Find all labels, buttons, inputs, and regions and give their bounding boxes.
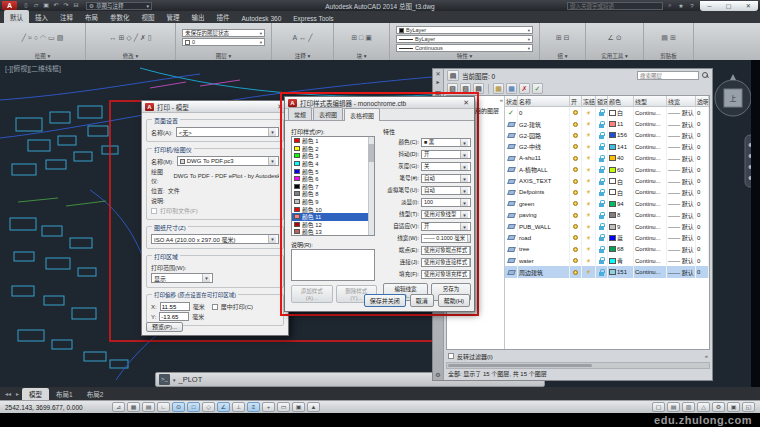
layer-freeze-sun-icon[interactable]: ☀ <box>586 258 591 264</box>
layer-lineweight[interactable]: —— 默认 <box>667 255 696 266</box>
workspace-dropdown[interactable]: ⚙ 草图与注释 ▾ <box>86 2 152 10</box>
status-toggle[interactable]: ⊿ <box>112 402 125 412</box>
plot-style-list[interactable]: 颜色 1 颜色 2 颜色 3 <box>291 136 375 236</box>
layer-lineweight[interactable]: —— 默认 <box>667 198 696 209</box>
layer-state-combo[interactable]: 未保存的图层状态▾ <box>182 29 265 37</box>
layer-lock-icon[interactable] <box>599 226 604 230</box>
layer-freeze-sun-icon[interactable]: ☀ <box>586 178 591 184</box>
ribbon-tab[interactable]: 参数化 <box>104 10 136 23</box>
save-and-close-button[interactable]: 保存并关闭 <box>364 294 406 307</box>
layer-linetype[interactable]: Continu... <box>634 107 667 118</box>
layer-freeze-sun-icon[interactable]: ☀ <box>586 224 591 230</box>
layer-row[interactable]: ✓ PUB_WALL ☀ 9 Continu... —— 默认 0 <box>505 221 709 232</box>
layer-row[interactable]: ✓ A-植物ALL ☀ 60 Continu... —— 默认 0 <box>505 164 709 175</box>
property-control[interactable]: 使用对象填充样式▾ <box>421 270 471 279</box>
ribbon-tab[interactable]: 插入 <box>29 10 54 23</box>
layer-lineweight[interactable]: —— 默认 <box>667 175 696 186</box>
set-current-layer-icon[interactable]: ✓ <box>532 83 543 94</box>
status-right-icon[interactable]: ▥ <box>682 402 695 412</box>
close-icon[interactable]: ✕ <box>461 99 471 107</box>
layer-row[interactable]: ✓ 0 ☀ 白 Continu... —— 默认 0 <box>505 107 709 118</box>
style-editor-tab[interactable]: 常规 <box>288 107 312 120</box>
status-toggle[interactable]: ≡ <box>247 402 260 412</box>
layout-tab[interactable]: 布局2 <box>80 388 111 400</box>
layer-lineweight[interactable]: —— 默认 <box>667 232 696 243</box>
palette-close-icon[interactable]: ✕ <box>435 71 440 77</box>
object-color-combo[interactable]: ByLayer▾ <box>396 26 533 34</box>
layer-linetype[interactable]: Continu... <box>634 221 667 232</box>
layer-transparency[interactable]: 0 <box>696 153 709 164</box>
layer-row[interactable]: ✓ G2-中线 ☀ 141 Continu... —— 默认 0 <box>505 141 709 152</box>
panel-label-clipboard[interactable]: 剪贴板 <box>644 52 693 60</box>
horizontal-scrollbar[interactable] <box>446 362 710 369</box>
layer-freeze-sun-icon[interactable]: ☀ <box>586 269 591 275</box>
ribbon-tab[interactable]: Express Tools <box>287 13 339 23</box>
layer-lineweight[interactable]: —— 默认 <box>667 107 696 118</box>
next-tab-icon[interactable]: ▸ <box>14 390 21 397</box>
status-toggle[interactable]: ⊥ <box>232 402 245 412</box>
layer-row[interactable]: ✓ water ☀ 青 Continu... —— 默认 0 <box>505 255 709 266</box>
layer-on-bulb-icon[interactable] <box>573 110 578 115</box>
redo-icon[interactable]: ↷ <box>62 1 70 10</box>
layer-row[interactable]: ✓ G2-建筑 ☀ 11 Continu... —— 默认 0 <box>505 118 709 129</box>
property-control[interactable]: —— 0.1000 毫米▾ <box>421 234 471 243</box>
layer-freeze-sun-icon[interactable]: ☀ <box>586 110 591 116</box>
layer-lock-icon[interactable] <box>599 135 604 139</box>
layer-lock-icon[interactable] <box>599 181 604 185</box>
layer-on-bulb-icon[interactable] <box>573 270 578 275</box>
plot-to-file-checkbox[interactable] <box>151 208 157 214</box>
layer-combo[interactable]: 0▾ <box>182 38 265 46</box>
layer-freeze-sun-icon[interactable]: ☀ <box>586 132 591 138</box>
layer-row[interactable]: ✓ paving ☀ 8 Continu... —— 默认 0 <box>505 210 709 221</box>
layer-on-bulb-icon[interactable] <box>573 156 578 161</box>
page-setup-name-combo[interactable]: <无>▾ <box>176 127 279 137</box>
layer-linetype[interactable]: Continu... <box>634 164 667 175</box>
layer-transparency[interactable]: 0 <box>696 244 709 255</box>
minimize-button[interactable]: ─ <box>707 3 711 9</box>
layer-row[interactable]: ✓ G2-园路 ☀ 156 Continu... —— 默认 0 <box>505 130 709 141</box>
layer-lock-icon[interactable] <box>599 249 604 253</box>
ribbon-tab[interactable]: 布局 <box>79 10 104 23</box>
ribbon-tab[interactable]: 视图 <box>136 10 161 23</box>
save-icon[interactable]: ▣ <box>42 1 50 10</box>
layer-on-bulb-icon[interactable] <box>573 144 578 149</box>
status-toggle[interactable]: ▣ <box>292 402 305 412</box>
center-plot-checkbox[interactable] <box>212 304 218 310</box>
layer-search-input[interactable] <box>637 71 699 80</box>
layer-row[interactable]: ✓ green ☀ 94 Continu... —— 默认 0 <box>505 198 709 209</box>
status-toggle[interactable]: ∟ <box>157 402 170 412</box>
help-button[interactable]: 帮助(H) <box>438 294 470 307</box>
layer-transparency[interactable]: 0 <box>696 266 709 277</box>
property-control[interactable]: 自动▾ <box>421 186 471 195</box>
ribbon-tab[interactable]: 输出 <box>186 10 211 23</box>
layer-freeze-sun-icon[interactable]: ☀ <box>586 121 591 127</box>
status-toggle[interactable]: ▤ <box>142 402 155 412</box>
status-toggle[interactable]: ◇ <box>202 402 215 412</box>
property-control[interactable]: 使用对象线型▾ <box>421 210 471 219</box>
layer-linetype[interactable]: Continu... <box>634 232 667 243</box>
layer-transparency[interactable]: 0 <box>696 164 709 175</box>
layer-transparency[interactable]: 0 <box>696 107 709 118</box>
status-toggle[interactable]: + <box>262 402 275 412</box>
layer-linetype[interactable]: Continu... <box>634 118 667 129</box>
layer-lock-icon[interactable] <box>599 215 604 219</box>
new-file-icon[interactable]: ▯ <box>22 1 30 10</box>
layer-transparency[interactable]: 0 <box>696 255 709 266</box>
palette-properties-icon[interactable]: ⚙ <box>435 372 440 378</box>
layer-row[interactable]: ✓ Defpoints ☀ 白 Continu... —— 默认 0 <box>505 187 709 198</box>
layer-lock-icon[interactable] <box>599 203 604 207</box>
status-right-icon[interactable]: ◱ <box>742 402 755 412</box>
layout-tab[interactable]: 模型 <box>22 388 49 400</box>
layer-transparency[interactable]: 0 <box>696 221 709 232</box>
command-text[interactable]: _PLOT <box>179 375 203 384</box>
ribbon-tab[interactable]: 默认 <box>4 10 29 23</box>
ribbon-tab[interactable]: 注释 <box>54 10 79 23</box>
layer-linetype[interactable]: Continu... <box>634 141 667 152</box>
layer-on-bulb-icon[interactable] <box>573 224 578 229</box>
open-file-icon[interactable]: ▱ <box>32 1 40 10</box>
layer-row[interactable]: ✓ 周边建筑 ☀ 151 Continu... —— 默认 0 <box>505 266 709 277</box>
layer-linetype[interactable]: Continu... <box>634 266 667 277</box>
layer-transparency[interactable]: 0 <box>696 141 709 152</box>
command-line-icon[interactable]: >_ <box>159 374 170 385</box>
ribbon-tab[interactable]: 管理 <box>161 10 186 23</box>
